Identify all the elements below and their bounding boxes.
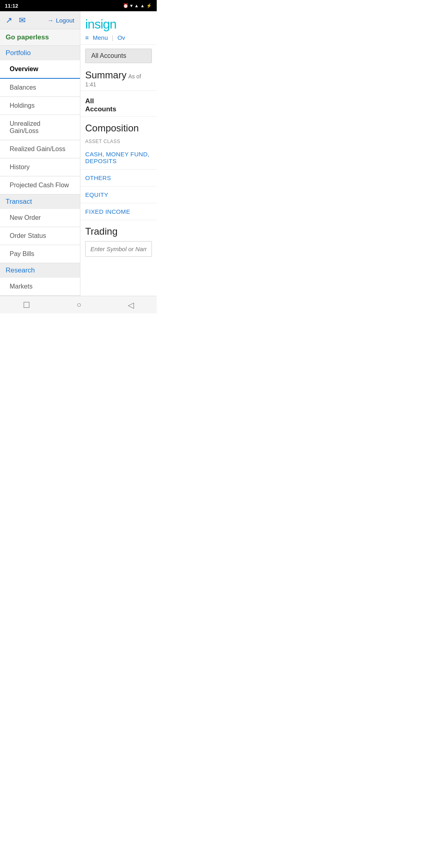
logout-icon: →	[47, 17, 53, 24]
toolbar: ↗ ✉ → Logout	[0, 11, 80, 29]
back-icon: ◁	[128, 301, 134, 309]
bottom-nav: ☐ ○ ◁	[0, 296, 157, 313]
wifi-icon: ▾	[130, 3, 133, 8]
asset-item-fixed-income[interactable]: FIXED INCOME	[80, 203, 157, 220]
square-button[interactable]: ☐	[15, 297, 38, 313]
composition-title: Composition	[80, 117, 157, 137]
trading-symbol-input[interactable]	[85, 241, 152, 257]
menu-icon: ≡	[85, 34, 89, 41]
trading-section: Trading	[80, 220, 157, 260]
square-icon: ☐	[23, 301, 30, 309]
sidebar-item-pay-bills[interactable]: Pay Bills	[0, 245, 80, 263]
signal-icon-1: ▲	[134, 3, 139, 8]
asset-item-label: CASH, MONEY FUND, DEPOSITS	[85, 151, 149, 164]
portfolio-label: Portfolio	[6, 49, 31, 57]
circle-icon: ○	[76, 300, 81, 309]
back-button[interactable]: ◁	[120, 297, 142, 313]
sidebar-item-overview[interactable]: Overview	[0, 60, 80, 79]
sidebar-item-realized[interactable]: Realized Gain/Loss	[0, 140, 80, 158]
sidebar-item-label: New Order	[10, 214, 41, 221]
transact-section-header: Transact	[0, 194, 80, 209]
sidebar-item-label: Balances	[10, 84, 36, 91]
sidebar-item-markets[interactable]: Markets	[0, 278, 80, 296]
trading-title: Trading	[85, 226, 152, 237]
portfolio-section-header: Portfolio	[0, 46, 80, 60]
sidebar-item-order-status[interactable]: Order Status	[0, 227, 80, 245]
logout-button[interactable]: → Logout	[47, 17, 74, 24]
trending-icon[interactable]: ↗	[6, 15, 12, 25]
sidebar-item-label: Realized Gain/Loss	[10, 145, 66, 152]
clock-icon: ⏰	[123, 3, 129, 8]
asset-item-label: EQUITY	[85, 191, 108, 198]
status-bar: 11:12 ⏰ ▾ ▲ ▲ ⚡	[0, 0, 157, 11]
all-accounts-button[interactable]: All Accounts	[85, 49, 152, 63]
sidebar: ↗ ✉ → Logout Go paperless Portfolio Over…	[0, 11, 80, 296]
mail-icon[interactable]: ✉	[19, 15, 26, 25]
summary-title: Summary	[85, 70, 127, 80]
signal-icon-2: ▲	[140, 3, 145, 8]
go-paperless-label: Go paperless	[6, 33, 49, 41]
home-button[interactable]: ○	[68, 297, 89, 313]
sidebar-item-label: Order Status	[10, 232, 46, 239]
asset-item-equity[interactable]: EQUITY	[80, 186, 157, 203]
menu-label[interactable]: Menu	[93, 34, 108, 41]
sidebar-item-unrealized[interactable]: Unrealized Gain/Loss	[0, 115, 80, 140]
asset-item-cash[interactable]: CASH, MONEY FUND, DEPOSITS	[80, 146, 157, 170]
sidebar-item-projected-cash-flow[interactable]: Projected Cash Flow	[0, 176, 80, 194]
sidebar-item-label: Pay Bills	[10, 250, 34, 257]
sidebar-item-label: History	[10, 164, 30, 170]
sidebar-item-new-order[interactable]: New Order	[0, 209, 80, 227]
research-label: Research	[6, 266, 35, 274]
all-accounts-label: All Accounts	[91, 52, 126, 59]
app-logo: insign	[85, 17, 152, 32]
sidebar-item-holdings[interactable]: Holdings	[0, 97, 80, 115]
go-paperless-link[interactable]: Go paperless	[0, 29, 80, 46]
sidebar-item-label: Unrealized Gain/Loss	[10, 120, 40, 134]
header-nav: ≡ Menu | Ov	[85, 34, 152, 41]
status-icons: ⏰ ▾ ▲ ▲ ⚡	[123, 3, 152, 8]
overview-shortlabel: Ov	[117, 34, 125, 41]
app-header: insign ≡ Menu | Ov	[80, 11, 157, 45]
sidebar-item-label: Holdings	[10, 102, 35, 109]
transact-label: Transact	[6, 198, 32, 205]
main-container: ↗ ✉ → Logout Go paperless Portfolio Over…	[0, 11, 157, 296]
asset-item-label: OTHERS	[85, 174, 111, 181]
time-display: 11:12	[5, 3, 18, 9]
sidebar-item-label: Markets	[10, 283, 33, 290]
logout-label: Logout	[56, 17, 74, 24]
sidebar-item-history[interactable]: History	[0, 158, 80, 176]
all-accounts-section-label: AllAccounts	[80, 91, 157, 117]
all-accounts-text: AllAccounts	[85, 97, 116, 113]
right-panel: insign ≡ Menu | Ov All Accounts Summary …	[80, 11, 157, 296]
battery-icon: ⚡	[146, 3, 152, 8]
nav-divider: |	[112, 34, 113, 41]
asset-item-label: FIXED INCOME	[85, 208, 130, 215]
research-section-header: Research	[0, 263, 80, 278]
asset-item-others[interactable]: OTHERS	[80, 170, 157, 186]
sidebar-item-label: Overview	[10, 66, 38, 72]
summary-section: Summary As of 1:41	[80, 67, 157, 91]
asset-class-label: ASSET CLASS	[80, 137, 157, 146]
sidebar-item-balances[interactable]: Balances	[0, 79, 80, 97]
sidebar-item-label: Projected Cash Flow	[10, 182, 69, 188]
